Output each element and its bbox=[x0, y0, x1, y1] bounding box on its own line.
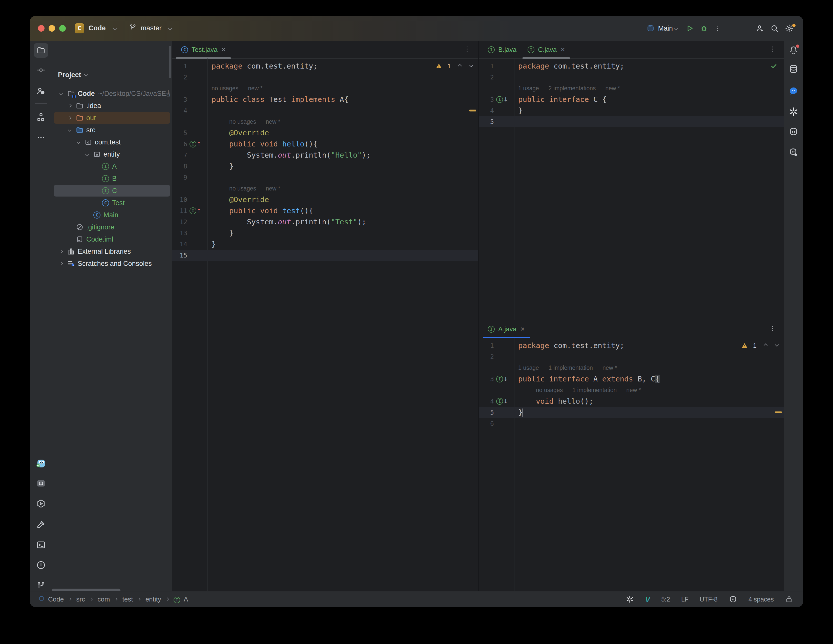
tree-item-src[interactable]: src bbox=[54, 124, 170, 136]
run-button[interactable] bbox=[683, 21, 697, 36]
breadcrumb-item-entity[interactable]: entity bbox=[145, 596, 161, 603]
inlay-hint[interactable]: 1 implementation bbox=[548, 365, 593, 371]
inlay-hint[interactable]: new * bbox=[266, 118, 280, 125]
debug-button[interactable] bbox=[697, 21, 711, 36]
tree-chevron-right-icon[interactable] bbox=[60, 262, 63, 265]
tab-close-icon[interactable]: × bbox=[521, 326, 524, 332]
inlay-hint-row[interactable]: no usagesnew * bbox=[172, 83, 478, 94]
code-line-6[interactable]: 6 bbox=[479, 418, 784, 429]
file-writable[interactable] bbox=[785, 595, 793, 603]
inlay-hint[interactable]: 2 implementations bbox=[548, 85, 596, 92]
inlay-hint[interactable]: new * bbox=[606, 85, 620, 92]
title-bar[interactable]: C Code master Main bbox=[30, 16, 803, 41]
code-line-6[interactable]: 6I↑ public void hello(){ bbox=[172, 138, 478, 149]
inlay-hint[interactable]: no usages bbox=[212, 85, 238, 92]
project-tree-vertical-scrollbar[interactable] bbox=[169, 46, 171, 78]
inlay-hints[interactable]: no usagesnew * bbox=[225, 185, 290, 192]
inlay-hint-row[interactable]: 1 usage2 implementationsnew * bbox=[479, 83, 784, 94]
problems-icon[interactable] bbox=[34, 558, 48, 572]
next-problem-chevron-down-icon[interactable] bbox=[775, 343, 779, 347]
search-everywhere-button[interactable] bbox=[767, 21, 782, 36]
inlay-hint[interactable]: 1 usage bbox=[518, 85, 539, 92]
tree-chevron-right-icon[interactable] bbox=[68, 116, 72, 120]
code-line-1[interactable]: 1package com.test.entity;1 bbox=[172, 61, 478, 72]
inlay-hint-row[interactable]: no usagesnew * bbox=[172, 183, 478, 194]
project-chevron-down-icon[interactable] bbox=[114, 27, 117, 30]
tab-close-icon[interactable]: × bbox=[222, 46, 226, 53]
editor-body-bottomright[interactable]: 1package com.test.entity;121 usage1 impl… bbox=[479, 338, 784, 591]
inlay-hint[interactable]: new * bbox=[266, 185, 280, 192]
tab-b.java[interactable]: IB.java bbox=[482, 41, 522, 58]
breadcrumb-item-com[interactable]: com bbox=[97, 596, 110, 603]
commit-icon[interactable] bbox=[34, 63, 48, 77]
tree-item-a[interactable]: IA bbox=[54, 161, 170, 172]
is-implemented-gutter-icon[interactable]: I↓ bbox=[494, 96, 516, 103]
code-line-4[interactable]: 4I↓ void hello(); bbox=[479, 396, 784, 407]
tree-item-.idea[interactable]: .idea bbox=[54, 100, 170, 112]
window-zoom-button[interactable] bbox=[59, 25, 66, 32]
services-icon[interactable] bbox=[34, 496, 48, 511]
run-widget-icon[interactable] bbox=[644, 21, 658, 36]
inspections-widget[interactable]: 1 bbox=[436, 63, 473, 70]
is-implemented-gutter-icon[interactable]: I↓ bbox=[494, 398, 516, 405]
code-line-5[interactable]: 5 @Override bbox=[172, 127, 478, 138]
prev-problem-chevron-up-icon[interactable] bbox=[764, 344, 768, 348]
inlay-hint-row[interactable]: no usages1 implementationnew * bbox=[479, 384, 784, 396]
terminal-icon[interactable] bbox=[34, 538, 48, 552]
inlay-hints[interactable]: no usagesnew * bbox=[207, 85, 272, 92]
more-icon[interactable] bbox=[34, 130, 48, 145]
tree-item-b[interactable]: IB bbox=[54, 173, 170, 185]
tree-chevron-right-icon[interactable] bbox=[68, 104, 72, 108]
caret-position[interactable]: 5:2 bbox=[661, 596, 670, 603]
code-line-9[interactable]: 9 bbox=[172, 172, 478, 183]
branch-chevron-down-icon[interactable] bbox=[169, 27, 171, 30]
prev-problem-chevron-up-icon[interactable] bbox=[458, 64, 462, 68]
inlay-hint[interactable]: new * bbox=[626, 387, 641, 393]
codeium-status-icon[interactable]: V bbox=[645, 595, 650, 604]
editor-options-kebab-icon[interactable] bbox=[463, 45, 471, 54]
breadcrumb-item-src[interactable]: src bbox=[76, 596, 85, 603]
code-line-5[interactable]: 5 bbox=[479, 116, 784, 127]
project-name-button[interactable]: Code bbox=[88, 24, 106, 32]
tab-a.java[interactable]: IA.java× bbox=[482, 320, 531, 338]
tree-item-scratches-and-consoles[interactable]: Scratches and Consoles bbox=[54, 258, 170, 270]
code-line-7[interactable]: 7 System.out.println("Hello"); bbox=[172, 149, 478, 161]
code-line-4[interactable]: 4} bbox=[479, 105, 784, 116]
editor-body-topright[interactable]: 1package com.test.entity;21 usage2 imple… bbox=[479, 58, 784, 320]
run-configuration-selector[interactable]: Main bbox=[658, 24, 673, 32]
copilot-chat-icon[interactable] bbox=[786, 145, 801, 159]
git-branch-icon[interactable] bbox=[34, 578, 48, 593]
inspections-widget[interactable]: 1 bbox=[741, 342, 778, 349]
copilot-status-icon[interactable] bbox=[729, 595, 737, 604]
project-view-chevron-down-icon[interactable] bbox=[84, 72, 88, 76]
tree-item-code.iml[interactable]: Code.iml bbox=[54, 233, 170, 245]
run-config-chevron-down-icon[interactable] bbox=[674, 26, 678, 31]
code-line-3[interactable]: 3public class Test implements A{ bbox=[172, 94, 478, 105]
no-problems-check-icon[interactable] bbox=[770, 63, 777, 69]
tree-chevron-down-icon[interactable] bbox=[85, 153, 89, 156]
line-separator[interactable]: LF bbox=[681, 596, 688, 603]
tab-close-icon[interactable]: × bbox=[561, 46, 565, 53]
code-line-8[interactable]: 8 } bbox=[172, 161, 478, 172]
inlay-hint[interactable]: no usages bbox=[229, 118, 256, 125]
tree-item-out[interactable]: out bbox=[54, 112, 170, 124]
code-line-3[interactable]: 3I↓public interface C { bbox=[479, 94, 784, 105]
tree-chevron-right-icon[interactable] bbox=[60, 250, 63, 253]
inlay-hint-row[interactable]: 1 usage1 implementationnew * bbox=[479, 362, 784, 373]
build-icon[interactable] bbox=[34, 517, 48, 532]
code-line-10[interactable]: 10 @Override bbox=[172, 194, 478, 205]
tree-item-main[interactable]: CMain bbox=[54, 209, 170, 221]
tree-item-test[interactable]: CTest bbox=[54, 197, 170, 209]
breadcrumb-item-a[interactable]: IA bbox=[174, 595, 188, 603]
tree-item-c[interactable]: IC bbox=[54, 185, 170, 196]
code-line-2[interactable]: 2 bbox=[172, 72, 478, 83]
code-line-1[interactable]: 1package com.test.entity; bbox=[479, 61, 784, 72]
breadcrumb-item-code[interactable]: Code bbox=[39, 596, 64, 603]
openai-icon[interactable] bbox=[786, 104, 801, 119]
code-line-15[interactable]: 15 bbox=[172, 250, 478, 261]
inlay-hints[interactable]: 1 usage2 implementationsnew * bbox=[514, 85, 630, 92]
copilot-icon[interactable] bbox=[786, 124, 801, 139]
tree-chevron-down-icon[interactable] bbox=[77, 140, 80, 144]
editor-options-kebab-icon[interactable] bbox=[769, 45, 776, 54]
code-line-2[interactable]: 2 bbox=[479, 351, 784, 362]
